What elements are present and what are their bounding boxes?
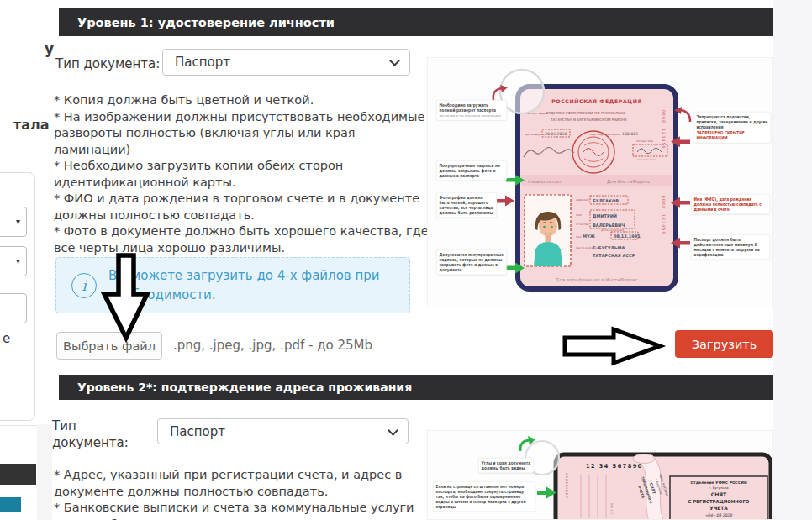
- rule-line: * Банковские выписки и счета за коммунал…: [54, 500, 432, 520]
- callout-note: Фотография должна быть четкой, хорошего …: [436, 192, 497, 243]
- sidebar-select-fragment[interactable]: ▾: [0, 207, 27, 237]
- callout-note: Имя (ФИО), дата рождения должны полность…: [691, 194, 770, 234]
- callout-text: Полупрозрачные надписи не должны закрыва…: [436, 160, 507, 181]
- svg-text:С РЕГИСТРАЦИОННОГО: С РЕГИСТРАЦИОННОГО: [688, 499, 750, 504]
- svg-text:отчество: отчество: [576, 223, 589, 226]
- passport-country: РОССИЙСКАЯ ФЕДЕРАЦИЯ: [551, 98, 642, 104]
- passport-sample-image: instaforex.com Для ИнстаФорекс РОССИЙСКА…: [427, 57, 773, 307]
- sidebar-select-fragment[interactable]: ▾: [0, 246, 27, 276]
- vertical-number: 123-456: [610, 503, 614, 515]
- svg-text:ДМИТРИЙ: ДМИТРИЙ: [593, 213, 617, 218]
- field-label: личный код: [636, 139, 654, 143]
- svg-text:ВАЛЕРЬЕВИЧ: ВАЛЕРЬЕВИЧ: [593, 223, 625, 228]
- dropdown-caret-icon: ▾: [16, 257, 20, 265]
- drawn-down-arrow-icon: [99, 250, 158, 343]
- level1-rules: * Копия должна быть цветной и четкой.* Н…: [54, 92, 432, 256]
- svg-text:Г. БУГУЛЬМА: Г. БУГУЛЬМА: [593, 245, 625, 250]
- callout-note: Допускаются полупрозрачные надписи, кото…: [436, 249, 507, 300]
- verification-page: у тала ▾ ▾ е Уровень 1: удостоверение ли…: [0, 0, 812, 520]
- info-icon: i: [71, 273, 97, 298]
- callout-note: Запрещаются подчистки, приписки, зачерки…: [693, 112, 771, 175]
- callout-text: Углы и края документа должны быть видны: [478, 458, 534, 473]
- rule-line: * Адрес, указанный при регистрации счета…: [54, 467, 432, 500]
- page-roll: [633, 454, 655, 464]
- doc-type-label: Тип документа:: [52, 418, 146, 451]
- callout-text: Допускаются полупрозрачные надписи, кото…: [436, 249, 507, 275]
- sidebar-input-fragment[interactable]: [0, 293, 27, 323]
- upload-button[interactable]: Загрузить: [675, 330, 773, 358]
- chevron-down-icon: [388, 425, 398, 436]
- level2-rules: * Адрес, указанный при регистрации счета…: [54, 467, 432, 520]
- svg-text:УЧЕТА: УЧЕТА: [709, 506, 728, 511]
- callout-text: Если на странице со штампом нет номера п…: [433, 481, 535, 512]
- svg-text:08.12.1991: 08.12.1991: [614, 234, 641, 239]
- doc-type-value: Паспорт: [175, 55, 230, 70]
- rule-line: * Необходимо загрузить копии обеих сторо…: [54, 158, 432, 191]
- file-formats-hint: .png, .jpeg, .jpg, .pdf - до 25Mb: [173, 338, 372, 353]
- svg-text:«04» 08 2020: «04» 08 2020: [705, 513, 733, 517]
- callout-text: Паспорт должен быть действителен еще мин…: [691, 234, 770, 260]
- drawn-right-arrow-icon: [558, 324, 667, 368]
- chevron-down-icon: [389, 55, 400, 66]
- sidebar-header-fragment: [0, 464, 36, 485]
- svg-text:МУЖ: МУЖ: [583, 234, 596, 239]
- svg-text:дата рождения: дата рождения: [601, 228, 624, 232]
- level1-header: Уровень 1: удостоверение личности: [59, 8, 773, 36]
- sidebar-cut-text: тала: [13, 117, 50, 133]
- callout-note: Если на странице со штампом нет номера п…: [433, 481, 535, 520]
- issued-by-line1: ОТДЕЛОМ УФМС РОССИИ ПО РЕСПУБЛИКЕ: [546, 111, 626, 115]
- svg-text:Отделение УФМС РОССИИ: Отделение УФМС РОССИИ: [690, 481, 747, 485]
- level2-header: Уровень 2*: подтверждение адреса прожива…: [59, 375, 773, 400]
- svg-text:0000: 0000: [662, 110, 666, 124]
- passport-number: 12 34 567890: [586, 463, 643, 470]
- callout-text: Имя (ФИО), дата рождения должны полность…: [691, 194, 770, 214]
- svg-text:г. Бугульма: г. Бугульма: [709, 486, 728, 490]
- issued-by-line2: ТАТАРСТАН В БУГУЛЬМИНСКОМ РАЙОНЕ: [550, 118, 627, 122]
- sidebar-button-fragment[interactable]: [0, 497, 21, 512]
- sidebar-cut-text: е: [3, 331, 10, 346]
- field-label: дата выдачи: [525, 133, 545, 136]
- rule-line: * ФИО и дата рождения в торговом счете и…: [54, 191, 432, 223]
- callout-subtext: (включая углы или края ламинации): [440, 113, 504, 118]
- sidebar-cut-text: у: [45, 40, 54, 57]
- callout-text: Необходимо загружать полный разворот пас…: [440, 103, 496, 113]
- svg-text:ТАТАРСКАЯ АССР: ТАТАРСКАЯ АССР: [593, 253, 635, 258]
- doc-type-value: Паспорт: [170, 424, 225, 439]
- rule-line: * Копия должна быть цветной и четкой.: [54, 92, 432, 109]
- column-gutter: [37, 424, 52, 520]
- svg-text:имя: имя: [576, 213, 582, 217]
- callout-text: Запрещаются подчистки, приписки, зачерки…: [697, 115, 768, 129]
- vertical-text: ФЕДЕРАЦИЯ: [565, 473, 568, 499]
- svg-text:СНЯТ: СНЯТ: [711, 491, 727, 497]
- page-background-strip: [773, 0, 812, 520]
- upload-label: Загрузить: [692, 338, 757, 351]
- callout-warning: ЗАПРЕЩЕНО СКРЫТИЕ ИНФОРМАЦИИ: [697, 131, 768, 141]
- watermark-left: instaforex.com: [528, 179, 562, 184]
- division-code: 160-025: [622, 132, 638, 136]
- svg-text:фамилия: фамилия: [576, 198, 589, 202]
- doc-type-select[interactable]: Паспорт: [157, 418, 409, 444]
- dropdown-caret-icon: ▾: [16, 218, 20, 226]
- callout-text: Фотография должна быть четкой, хорошего …: [436, 192, 497, 218]
- callout-note: Паспорт должен быть действителен еще мин…: [691, 234, 770, 285]
- doc-type-select[interactable]: Паспорт: [162, 49, 410, 76]
- svg-text:123456: 123456: [662, 214, 666, 235]
- svg-text:БУЛГАКОВ: БУЛГАКОВ: [593, 198, 619, 203]
- svg-text:0000: 0000: [662, 196, 666, 210]
- doc-type-label: Тип документа:: [55, 56, 160, 71]
- svg-text:123456: 123456: [662, 129, 666, 150]
- callout-note: Необходимо загружать полный разворот пас…: [436, 100, 507, 141]
- watermark-right: Для ИнстаФорекс: [607, 179, 651, 185]
- field-label: личная подпись: [637, 158, 657, 161]
- rule-line: * На изображении должны присутствовать н…: [54, 109, 432, 159]
- issue-date: 20.01.2010: [545, 132, 567, 136]
- svg-text:пол: пол: [576, 235, 581, 239]
- passport-footer: Для верификации в ИнстаФорекс: [556, 277, 638, 283]
- address-sample-image: ФЕДЕРАЦИЯ 123-456 12 34 567890 УФМС РОСС…: [427, 430, 773, 520]
